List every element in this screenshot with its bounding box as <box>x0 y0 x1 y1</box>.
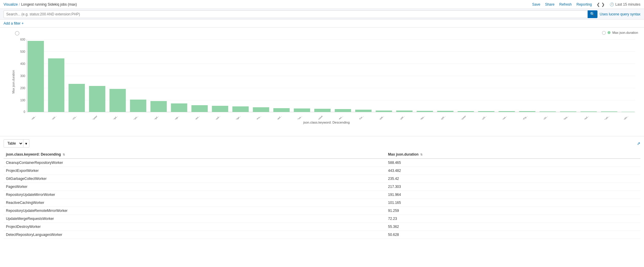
bar-3[interactable] <box>68 84 85 112</box>
svg-text:PipelineProces...: PipelineProces... <box>495 115 508 119</box>
table-area: Table ▾ ⇗ json.class.keyword: Descending… <box>0 136 644 242</box>
svg-text:ActiveJob::Que...: ActiveJob::Que... <box>290 115 302 119</box>
chart-legend: ◯ Max json.duration <box>602 31 638 35</box>
cell-keyword: RepositoryUpdateRemoteMirrorWorker <box>4 207 386 215</box>
bar-29[interactable] <box>601 111 617 112</box>
bar-11[interactable] <box>232 106 249 112</box>
svg-text:DetectReposil...: DetectReposil... <box>209 115 221 119</box>
cell-keyword: DetectRepositoryLanguagesWorker <box>4 231 386 239</box>
page-title: Longest running Sidekiq jobs (max) <box>21 2 77 7</box>
table-type-select: Table ▾ <box>4 139 29 148</box>
col-keyword-header[interactable]: json.class.keyword: Descending ⇅ <box>4 151 386 159</box>
table-row: ReactiveCachingWorker 101.165 <box>4 199 640 207</box>
add-filter-button[interactable]: Add a filter + <box>4 21 24 25</box>
bar-21[interactable] <box>437 111 453 112</box>
expand-table-icon[interactable]: ⇗ <box>637 141 640 146</box>
bar-16[interactable] <box>335 109 351 112</box>
bar-7[interactable] <box>150 101 167 112</box>
bar-17[interactable] <box>355 110 372 112</box>
bar-14[interactable] <box>294 108 310 112</box>
bar-30[interactable] <box>621 112 635 112</box>
bar-5[interactable] <box>109 89 126 112</box>
table-row: RepositoryUpdateRemoteMirrorWorker 91.25… <box>4 207 640 215</box>
svg-text:GitGarbageCo...: GitGarbageCo... <box>65 115 77 119</box>
bar-10[interactable] <box>212 106 228 112</box>
svg-text:100: 100 <box>20 99 25 102</box>
svg-text:PagesWorker: PagesWorker <box>87 115 98 119</box>
svg-text:RunPipelineSc...: RunPipelineSc... <box>536 115 548 119</box>
bar-22[interactable] <box>458 111 474 112</box>
svg-text:DeleteMerged...: DeleteMerged... <box>270 115 282 119</box>
chart-area: Max json.duration ◯ ◯ Max json.duration … <box>0 28 644 136</box>
table-type-dropdown-btn[interactable]: ▾ <box>23 139 29 148</box>
cell-duration: 101.165 <box>386 199 640 207</box>
search-input[interactable] <box>4 10 588 18</box>
breadcrumb-separator: / <box>19 2 20 7</box>
svg-text:SyncSecurityR...: SyncSecurityR... <box>433 115 446 119</box>
breadcrumb-visualize-link[interactable]: Visualize <box>4 2 18 7</box>
cell-duration: 443.482 <box>386 167 640 175</box>
chart-expand-right-icon[interactable]: ◯ <box>602 31 606 35</box>
bar-28[interactable] <box>581 111 597 112</box>
header: Visualize / Longest running Sidekiq jobs… <box>0 0 644 9</box>
cell-keyword: UpdateMergeRequestsWorker <box>4 215 386 223</box>
col-duration-header[interactable]: Max json.duration ⇅ <box>386 151 640 159</box>
svg-text:300: 300 <box>20 74 25 78</box>
bar-12[interactable] <box>253 107 269 112</box>
bar-27[interactable] <box>560 111 576 112</box>
nav-prev-icon[interactable]: ❮ <box>597 2 600 7</box>
reporting-button[interactable]: Reporting <box>576 2 592 7</box>
bar-15[interactable] <box>314 109 331 112</box>
bar-25[interactable] <box>519 111 535 112</box>
svg-text:RepositoryUpd...: RepositoryUpd... <box>106 115 119 119</box>
bar-19[interactable] <box>396 111 412 112</box>
x-axis-label: json.class.keyword: Descending <box>15 121 638 124</box>
cell-duration: 72.23 <box>386 215 640 223</box>
bar-2[interactable] <box>48 58 64 112</box>
time-range-label: Last 15 minutes <box>615 2 640 7</box>
bar-18[interactable] <box>376 111 392 112</box>
bar-1[interactable] <box>28 41 44 112</box>
svg-text:500: 500 <box>20 50 25 53</box>
bar-6[interactable] <box>130 100 146 112</box>
svg-text:EmailOnPush...: EmailOnPush... <box>598 115 610 119</box>
lucene-link[interactable]: Uses lucene query syntax <box>600 12 640 16</box>
cell-keyword: ReactiveCachingWorker <box>4 199 386 207</box>
svg-text:ProjectExport...: ProjectExport... <box>45 115 57 119</box>
table-type-dropdown[interactable]: Table <box>4 139 23 148</box>
clock-icon: 🕐 <box>610 2 614 7</box>
table-row: UpdateMergeRequestsWorker 72.23 <box>4 215 640 223</box>
search-button[interactable]: 🔍 <box>588 10 597 18</box>
bar-13[interactable] <box>273 108 290 112</box>
svg-text:600: 600 <box>20 38 25 41</box>
share-button[interactable]: Share <box>545 2 554 7</box>
refresh-button[interactable]: Refresh <box>559 2 572 7</box>
nav-next-icon[interactable]: ❯ <box>601 2 605 7</box>
svg-text:RepositoryUpd...: RepositoryUpd... <box>147 115 160 119</box>
bar-24[interactable] <box>499 111 515 112</box>
chevron-down-icon: ▾ <box>25 141 27 146</box>
bar-4[interactable] <box>89 86 105 112</box>
svg-text:ExpirePipelin...: ExpirePipelin... <box>617 115 629 119</box>
chart-expand-icon[interactable]: ◯ <box>15 31 20 35</box>
save-button[interactable]: Save <box>532 2 540 7</box>
bar-9[interactable] <box>192 105 208 112</box>
time-range[interactable]: 🕐 Last 15 minutes <box>610 2 640 7</box>
svg-text:UpdateMerge...: UpdateMerge... <box>168 115 180 119</box>
bar-26[interactable] <box>540 111 556 112</box>
svg-text:0: 0 <box>23 110 25 113</box>
cell-keyword: RepositoryUpdateMirrorWorker <box>4 191 386 199</box>
bar-23[interactable] <box>478 111 494 112</box>
bar-20[interactable] <box>417 111 433 112</box>
cell-duration: 55.362 <box>386 223 640 231</box>
search-bar: 🔍 Uses lucene query syntax <box>0 9 644 20</box>
svg-text:CleanupConta...: CleanupConta... <box>24 115 36 119</box>
svg-text:NewMergeReq...: NewMergeReq... <box>556 115 569 119</box>
svg-text:PostReceive: PostReceive <box>313 115 323 119</box>
filter-bar: Add a filter + <box>0 20 644 28</box>
cell-duration: 91.259 <box>386 207 640 215</box>
data-table: json.class.keyword: Descending ⇅ Max jso… <box>4 151 640 239</box>
cell-keyword: PagesWorker <box>4 183 386 191</box>
svg-text:RepositoryFor...: RepositoryFor... <box>352 115 364 119</box>
bar-8[interactable] <box>171 103 187 112</box>
